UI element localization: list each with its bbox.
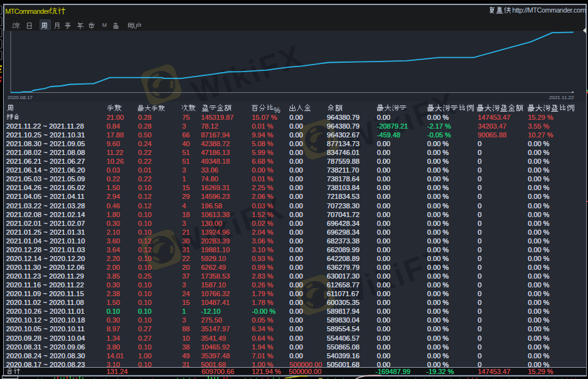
svg-text:WikiFX: WikiFX — [187, 38, 307, 110]
